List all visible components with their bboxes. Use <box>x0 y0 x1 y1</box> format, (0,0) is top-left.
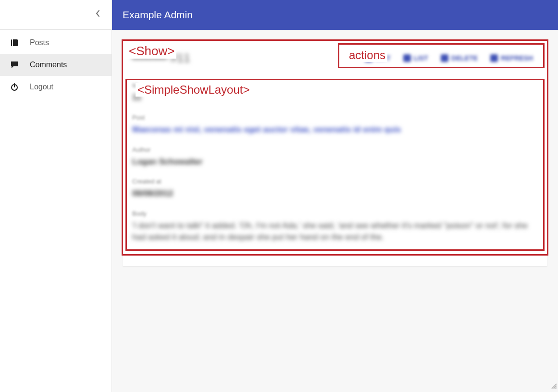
svg-rect-1 <box>12 39 13 46</box>
sidebar-item-logout[interactable]: Logout <box>0 76 112 98</box>
book-icon <box>10 38 19 47</box>
trash-icon <box>441 54 448 62</box>
list-icon <box>403 54 411 62</box>
field-post: Post Maecenas mi nisl, venenatis eget au… <box>132 114 538 135</box>
power-icon <box>10 83 19 91</box>
sidebar-collapse[interactable] <box>0 0 112 30</box>
field-value: 08/08/2012 <box>132 188 538 199</box>
list-button[interactable]: LIST <box>403 54 428 62</box>
sidebar-nav: Posts Comments Logout <box>0 30 112 98</box>
sidebar-item-label: Logout <box>30 83 53 91</box>
field-author: Author Logan Schowalter <box>132 146 538 168</box>
refresh-button[interactable]: REFRESH <box>490 54 533 62</box>
field-value: 11 <box>132 92 538 103</box>
refresh-icon <box>490 54 498 62</box>
field-created-at: Created at 08/08/2012 <box>132 178 538 199</box>
content: ━━━━━ #11 EDIT LIST DELETE REFRESH Id 11 <box>112 30 558 266</box>
edit-button[interactable]: EDIT <box>365 54 391 62</box>
show-card: ━━━━━ #11 EDIT LIST DELETE REFRESH Id 11 <box>123 40 547 266</box>
field-value[interactable]: Maecenas mi nisl, venenatis eget auctor … <box>132 124 538 135</box>
sidebar-item-label: Comments <box>30 61 67 69</box>
field-label: Post <box>132 114 538 121</box>
chat-icon <box>10 61 19 69</box>
actions-toolbar: EDIT LIST DELETE REFRESH <box>360 51 538 65</box>
field-label: Author <box>132 146 538 153</box>
field-label: Id <box>132 82 538 89</box>
chevron-left-icon <box>95 10 100 20</box>
delete-button[interactable]: DELETE <box>441 54 478 62</box>
field-value: 'I don't want to talk!' it added. 'Oh, I… <box>132 220 538 243</box>
card-header: ━━━━━ #11 EDIT LIST DELETE REFRESH <box>123 40 547 73</box>
resize-grip-icon[interactable] <box>550 382 557 391</box>
sidebar: Posts Comments Logout <box>0 0 112 392</box>
field-label: Created at <box>132 178 538 185</box>
sidebar-item-comments[interactable]: Comments <box>0 54 112 76</box>
field-value: Logan Schowalter <box>132 156 538 168</box>
pencil-icon <box>365 54 372 62</box>
field-label: Body <box>132 210 538 217</box>
field-body: Body 'I don't want to talk!' it added. '… <box>132 210 538 243</box>
main: Example Admin ━━━━━ #11 EDIT LIST DELETE… <box>112 0 558 392</box>
field-id: Id 11 <box>132 82 538 103</box>
simple-show-layout: Id 11 Post Maecenas mi nisl, venenatis e… <box>123 73 547 266</box>
svg-line-6 <box>556 388 557 389</box>
app-title: Example Admin <box>123 9 193 21</box>
appbar: Example Admin <box>112 0 558 30</box>
sidebar-item-label: Posts <box>30 38 49 47</box>
sidebar-item-posts[interactable]: Posts <box>0 32 112 54</box>
page-title: ━━━━━ #11 <box>132 51 190 65</box>
